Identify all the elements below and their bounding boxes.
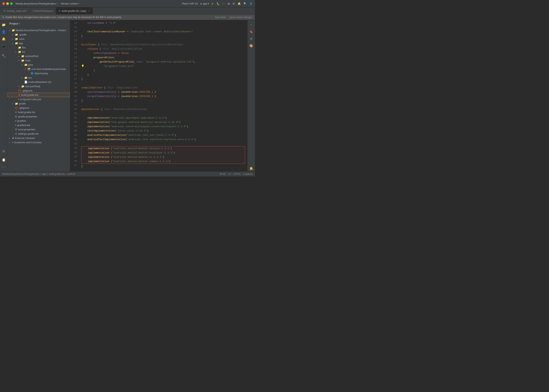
more-button[interactable]: ⋯ xyxy=(222,2,225,5)
traffic-lights xyxy=(2,2,13,5)
tree-item-external-libraries[interactable]: ▸🏛External Libraries xyxy=(7,136,70,140)
status-bar-line-ending[interactable]: LF xyxy=(228,173,231,175)
tab-bar-options[interactable]: ⋯ xyxy=(250,9,255,13)
tree-item-main[interactable]: ▾📁main xyxy=(7,58,70,63)
tree-item-gradle[interactable]: ▸📁gradle xyxy=(7,101,70,106)
code-token: proguardFiles xyxy=(93,56,113,60)
code-token: ), xyxy=(193,60,196,64)
tree-item-libs[interactable]: 📁libs xyxy=(7,45,70,49)
tree-item-label: Scratches and Consoles xyxy=(14,141,42,144)
run-button[interactable]: ▶ xyxy=(212,2,214,5)
code-token: targetCompatibility xyxy=(87,94,116,98)
copy-button[interactable]: ⊞ xyxy=(228,2,230,5)
sync-now-button[interactable]: Sync Now xyxy=(215,16,226,19)
tab-main-activity[interactable]: J MainActivity.java xyxy=(29,7,56,14)
terminal-icon[interactable]: ⊞ xyxy=(1,148,7,154)
tree-item-com-test-medialibraryservicete[interactable]: ▾📦com.test.medialibraryservicete xyxy=(7,67,70,71)
tab-close-icon[interactable]: ✕ xyxy=(88,10,90,12)
tree-item-build-gradle-kts[interactable]: ⚙build.gradle.kts xyxy=(7,110,70,114)
tree-item--gitignore[interactable]: 🚫.gitignore xyxy=(7,106,70,110)
account-icon[interactable]: 👤 xyxy=(249,2,253,5)
tree-item-gradle-properties[interactable]: ⚙gradle.properties xyxy=(7,114,70,119)
tree-item-java[interactable]: ▾📁java xyxy=(7,63,70,67)
device-sidebar-icon[interactable]: 📱 xyxy=(1,43,7,49)
tree-item-label: gradle xyxy=(19,102,26,105)
ignore-changes-button[interactable]: Ignore these changes xyxy=(230,16,252,19)
tab-build-gradle[interactable]: ⚙ build.gradle.kts (:app) ✕ xyxy=(56,7,93,14)
status-bar-path: MediaLibraryServiceTestApplication > app… xyxy=(2,173,75,175)
line-num-40: 40 xyxy=(70,133,77,137)
event-log-icon[interactable]: 📋 xyxy=(1,157,7,163)
status-bar-position[interactable]: 46:59 xyxy=(220,173,225,175)
tree-icon: 📁 xyxy=(15,37,18,40)
status-bar-indent[interactable]: 4 spaces xyxy=(243,173,253,175)
code-line-26: } xyxy=(81,73,245,77)
code-editor[interactable]: versionName = "1.0" testInstrumentationR… xyxy=(79,20,247,171)
tree-item-settings-gradle-kts[interactable]: ⚙settings.gradle.kts xyxy=(7,132,70,136)
tree-arrow: ▸ xyxy=(18,55,21,57)
build-sidebar-icon[interactable]: 🔨 xyxy=(1,53,7,59)
tree-item--idea[interactable]: ▸📁.idea xyxy=(7,37,70,41)
tree-item--gitignore[interactable]: 🚫.gitignore xyxy=(7,88,70,93)
app-title-section[interactable]: MediaLibraryServiceTestApplication ▾ xyxy=(15,2,58,5)
tree-item-res[interactable]: ▸📁res xyxy=(7,76,70,80)
device-selector[interactable]: Pixel 5 API 33 xyxy=(182,2,198,5)
code-token xyxy=(144,60,146,64)
version-control-section[interactable]: Version control ▾ xyxy=(61,2,79,5)
line-num-34: 34 xyxy=(70,107,77,112)
code-token: compileOptions xyxy=(81,86,103,90)
more-tools-icon[interactable]: ⋯ xyxy=(1,164,7,170)
code-token: ( xyxy=(109,147,112,151)
tree-item-test--unittest-[interactable]: ▸📁test [unitTest] xyxy=(7,84,70,88)
line-num-33: 33 xyxy=(70,103,77,107)
minimize-button[interactable] xyxy=(6,2,9,5)
tree-item-medialibraryservicetestapplication[interactable]: ▾📁MediaLibraryServiceTestApplication ~/A… xyxy=(7,28,70,32)
maximize-button[interactable] xyxy=(10,2,13,5)
project-sidebar-icon[interactable]: 📁 xyxy=(1,22,7,28)
debug-button[interactable]: 🐛 xyxy=(217,2,220,5)
run-config[interactable]: ▸ app ▾ xyxy=(201,2,209,5)
code-token: ) xyxy=(187,125,188,129)
right-sidebar-structure[interactable]: ⊞ xyxy=(248,36,254,42)
tree-icon: ≡ xyxy=(15,124,16,127)
tree-item-local-properties[interactable]: ⚙local.properties xyxy=(7,127,70,132)
code-token: "androidx.test.ext:junit:1.1.5" xyxy=(127,133,175,137)
tree-item-src[interactable]: ▾📁src xyxy=(7,49,70,54)
line-num-16: 16 xyxy=(70,30,77,34)
tree-item-label: .gradle xyxy=(19,33,27,36)
tree-item-gradlew[interactable]: ≡gradlew xyxy=(7,119,70,123)
tree-arrow: ▾ xyxy=(12,42,15,44)
tree-icon: 📁 xyxy=(12,29,15,32)
line-num-27: 27 xyxy=(70,77,77,81)
line-num-20: 20 xyxy=(70,47,77,51)
tree-item-gradlew-bat[interactable]: ≡gradlew.bat xyxy=(7,123,70,127)
code-token: this: ApplicationBuildType xyxy=(103,47,142,51)
notifications-sidebar-icon[interactable]: 🔔 xyxy=(1,36,7,42)
tree-item-build-gradle-kts[interactable]: ⚙build.gradle.kts xyxy=(7,93,70,97)
tree-item-app[interactable]: ▾📁app xyxy=(7,41,70,45)
tree-item-scratches-and-consoles[interactable]: ▸≡Scratches and Consoles xyxy=(7,140,70,144)
right-sidebar-notification[interactable]: 🔔 xyxy=(248,165,254,171)
right-sidebar-check[interactable]: ✓ xyxy=(248,22,254,28)
notification-icon[interactable]: 🔔 xyxy=(238,2,241,5)
tab-activity-main[interactable]: ⟨/⟩ activity_main.xml xyxy=(1,7,29,14)
right-sidebar: ✓ 🔖 ⊞ 🎨 🔔 xyxy=(247,20,255,171)
tree-item-mainactivity[interactable]: 🔵MainActivity xyxy=(7,71,70,76)
tree-item-proguard-rules-pro[interactable]: ≡proguard-rules.pro xyxy=(7,97,70,101)
tree-item--gradle[interactable]: ▸📁.gradle xyxy=(7,32,70,37)
line-num-35: 35 xyxy=(70,112,77,116)
commit-sidebar-icon[interactable]: 👤 xyxy=(1,29,7,35)
tree-item-androidtest[interactable]: ▸📁androidTest xyxy=(7,54,70,58)
search-icon[interactable]: 🔍 xyxy=(244,2,247,5)
status-bar-encoding[interactable]: UTF-8 xyxy=(234,173,240,175)
line-num-37: 37 xyxy=(70,120,77,125)
tab-java-icon: J xyxy=(32,10,33,12)
close-button[interactable] xyxy=(2,2,5,5)
tree-item-androidmanifest-xml[interactable]: 📄AndroidManifest.xml xyxy=(7,80,70,84)
settings-icon[interactable]: ⚙ xyxy=(232,2,235,5)
notification-text: Gradle files have changed since last pro… xyxy=(5,16,211,19)
tree-item-label: .gitignore xyxy=(19,106,29,109)
code-token: ( xyxy=(115,129,116,133)
right-sidebar-palette[interactable]: 🎨 xyxy=(248,43,254,49)
right-sidebar-bookmark[interactable]: 🔖 xyxy=(248,29,254,35)
